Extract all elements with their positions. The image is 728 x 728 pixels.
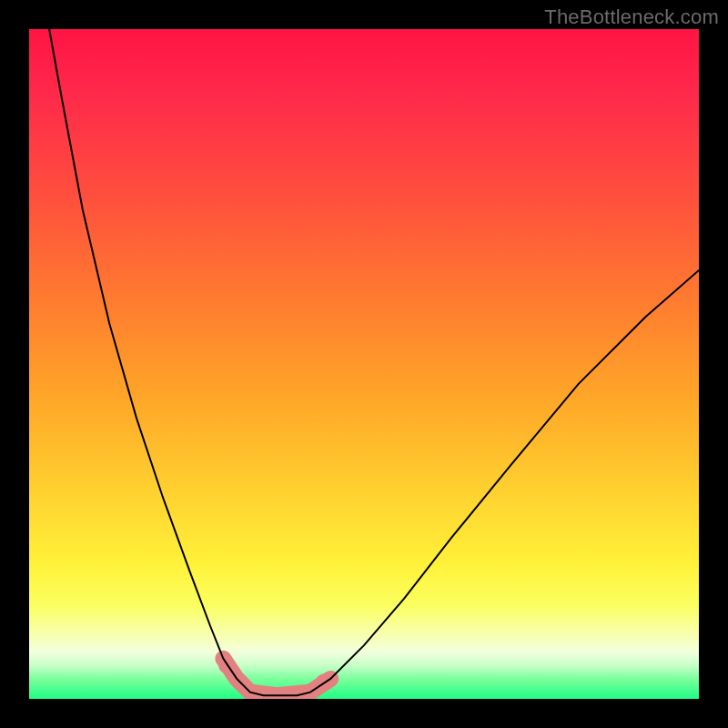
curves-layer — [29, 29, 699, 699]
bottleneck-gradient-plot — [29, 29, 699, 699]
watermark-label: TheBottleneck.com — [544, 5, 719, 29]
v-curve — [49, 29, 699, 695]
chart-frame: TheBottleneck.com — [0, 0, 728, 728]
